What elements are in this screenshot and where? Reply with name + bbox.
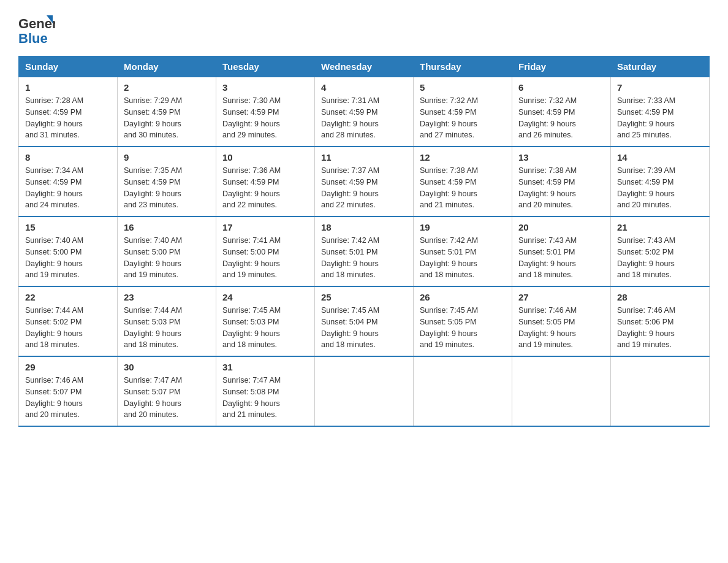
weekday-header-wednesday: Wednesday [315, 56, 414, 77]
day-info: Sunrise: 7:46 AM Sunset: 5:07 PM Dayligh… [25, 375, 111, 421]
day-info: Sunrise: 7:47 AM Sunset: 5:08 PM Dayligh… [222, 375, 308, 421]
day-number: 7 [617, 82, 703, 93]
day-info: Sunrise: 7:30 AM Sunset: 4:59 PM Dayligh… [222, 95, 308, 141]
day-number: 20 [518, 222, 604, 232]
week-row-4: 22 Sunrise: 7:44 AM Sunset: 5:02 PM Dayl… [19, 286, 710, 356]
day-info: Sunrise: 7:37 AM Sunset: 4:59 PM Dayligh… [321, 165, 407, 211]
day-number: 14 [617, 152, 703, 163]
day-info: Sunrise: 7:43 AM Sunset: 5:01 PM Dayligh… [518, 235, 604, 281]
calendar-cell: 24 Sunrise: 7:45 AM Sunset: 5:03 PM Dayl… [216, 286, 315, 356]
day-number: 10 [222, 152, 308, 163]
calendar-cell [414, 356, 512, 426]
day-number: 18 [321, 222, 407, 232]
day-info: Sunrise: 7:32 AM Sunset: 4:59 PM Dayligh… [518, 95, 604, 141]
weekday-header-row: SundayMondayTuesdayWednesdayThursdayFrid… [19, 56, 710, 77]
day-number: 8 [25, 152, 111, 163]
calendar-cell: 26 Sunrise: 7:45 AM Sunset: 5:05 PM Dayl… [414, 286, 512, 356]
calendar-cell: 27 Sunrise: 7:46 AM Sunset: 5:05 PM Dayl… [512, 286, 611, 356]
day-number: 19 [420, 222, 506, 232]
day-info: Sunrise: 7:34 AM Sunset: 4:59 PM Dayligh… [25, 165, 111, 211]
week-row-3: 15 Sunrise: 7:40 AM Sunset: 5:00 PM Dayl… [19, 216, 710, 286]
day-number: 12 [420, 152, 506, 163]
calendar-cell: 18 Sunrise: 7:42 AM Sunset: 5:01 PM Dayl… [315, 216, 414, 286]
day-info: Sunrise: 7:42 AM Sunset: 5:01 PM Dayligh… [420, 235, 506, 281]
calendar-cell: 22 Sunrise: 7:44 AM Sunset: 5:02 PM Dayl… [19, 286, 118, 356]
day-number: 26 [420, 292, 506, 302]
calendar-cell: 29 Sunrise: 7:46 AM Sunset: 5:07 PM Dayl… [19, 356, 118, 426]
day-number: 15 [25, 222, 111, 232]
day-info: Sunrise: 7:36 AM Sunset: 4:59 PM Dayligh… [222, 165, 308, 211]
weekday-header-thursday: Thursday [414, 56, 512, 77]
calendar-cell: 1 Sunrise: 7:28 AM Sunset: 4:59 PM Dayli… [19, 77, 118, 147]
day-info: Sunrise: 7:47 AM Sunset: 5:07 PM Dayligh… [124, 375, 210, 421]
day-number: 13 [518, 152, 604, 163]
page-header: General Blue [18, 12, 710, 46]
day-info: Sunrise: 7:45 AM Sunset: 5:03 PM Dayligh… [222, 305, 308, 351]
day-number: 2 [124, 82, 210, 93]
day-info: Sunrise: 7:46 AM Sunset: 5:05 PM Dayligh… [518, 305, 604, 351]
svg-text:Blue: Blue [18, 31, 48, 46]
day-number: 28 [617, 292, 703, 302]
calendar-cell: 15 Sunrise: 7:40 AM Sunset: 5:00 PM Dayl… [19, 216, 118, 286]
calendar-cell [315, 356, 414, 426]
calendar-cell [512, 356, 611, 426]
day-info: Sunrise: 7:42 AM Sunset: 5:01 PM Dayligh… [321, 235, 407, 281]
calendar-cell: 9 Sunrise: 7:35 AM Sunset: 4:59 PM Dayli… [118, 147, 216, 216]
calendar-cell: 20 Sunrise: 7:43 AM Sunset: 5:01 PM Dayl… [512, 216, 611, 286]
calendar-cell: 5 Sunrise: 7:32 AM Sunset: 4:59 PM Dayli… [414, 77, 512, 147]
day-info: Sunrise: 7:40 AM Sunset: 5:00 PM Dayligh… [25, 235, 111, 281]
weekday-header-monday: Monday [118, 56, 216, 77]
calendar-cell: 21 Sunrise: 7:43 AM Sunset: 5:02 PM Dayl… [611, 216, 710, 286]
calendar-cell [611, 356, 710, 426]
calendar-cell: 31 Sunrise: 7:47 AM Sunset: 5:08 PM Dayl… [216, 356, 315, 426]
calendar-cell: 16 Sunrise: 7:40 AM Sunset: 5:00 PM Dayl… [118, 216, 216, 286]
weekday-header-friday: Friday [512, 56, 611, 77]
day-number: 22 [25, 292, 111, 302]
calendar-cell: 2 Sunrise: 7:29 AM Sunset: 4:59 PM Dayli… [118, 77, 216, 147]
calendar-cell: 8 Sunrise: 7:34 AM Sunset: 4:59 PM Dayli… [19, 147, 118, 216]
day-number: 6 [518, 82, 604, 93]
day-number: 11 [321, 152, 407, 163]
day-number: 1 [25, 82, 111, 93]
week-row-5: 29 Sunrise: 7:46 AM Sunset: 5:07 PM Dayl… [19, 356, 710, 426]
week-row-2: 8 Sunrise: 7:34 AM Sunset: 4:59 PM Dayli… [19, 147, 710, 216]
weekday-header-sunday: Sunday [19, 56, 118, 77]
day-info: Sunrise: 7:38 AM Sunset: 4:59 PM Dayligh… [420, 165, 506, 211]
day-number: 25 [321, 292, 407, 302]
day-number: 3 [222, 82, 308, 93]
day-number: 31 [222, 362, 308, 372]
day-info: Sunrise: 7:41 AM Sunset: 5:00 PM Dayligh… [222, 235, 308, 281]
week-row-1: 1 Sunrise: 7:28 AM Sunset: 4:59 PM Dayli… [19, 77, 710, 147]
calendar-cell: 3 Sunrise: 7:30 AM Sunset: 4:59 PM Dayli… [216, 77, 315, 147]
day-number: 21 [617, 222, 703, 232]
day-info: Sunrise: 7:39 AM Sunset: 4:59 PM Dayligh… [617, 165, 703, 211]
day-info: Sunrise: 7:33 AM Sunset: 4:59 PM Dayligh… [617, 95, 703, 141]
day-info: Sunrise: 7:43 AM Sunset: 5:02 PM Dayligh… [617, 235, 703, 281]
day-info: Sunrise: 7:35 AM Sunset: 4:59 PM Dayligh… [124, 165, 210, 211]
day-number: 17 [222, 222, 308, 232]
calendar-cell: 6 Sunrise: 7:32 AM Sunset: 4:59 PM Dayli… [512, 77, 611, 147]
day-number: 27 [518, 292, 604, 302]
day-info: Sunrise: 7:45 AM Sunset: 5:04 PM Dayligh… [321, 305, 407, 351]
calendar-cell: 4 Sunrise: 7:31 AM Sunset: 4:59 PM Dayli… [315, 77, 414, 147]
day-info: Sunrise: 7:44 AM Sunset: 5:02 PM Dayligh… [25, 305, 111, 351]
calendar-cell: 17 Sunrise: 7:41 AM Sunset: 5:00 PM Dayl… [216, 216, 315, 286]
day-number: 23 [124, 292, 210, 302]
day-info: Sunrise: 7:46 AM Sunset: 5:06 PM Dayligh… [617, 305, 703, 351]
calendar-cell: 11 Sunrise: 7:37 AM Sunset: 4:59 PM Dayl… [315, 147, 414, 216]
day-info: Sunrise: 7:32 AM Sunset: 4:59 PM Dayligh… [420, 95, 506, 141]
day-number: 9 [124, 152, 210, 163]
day-info: Sunrise: 7:31 AM Sunset: 4:59 PM Dayligh… [321, 95, 407, 141]
calendar-cell: 14 Sunrise: 7:39 AM Sunset: 4:59 PM Dayl… [611, 147, 710, 216]
calendar-cell: 19 Sunrise: 7:42 AM Sunset: 5:01 PM Dayl… [414, 216, 512, 286]
day-number: 5 [420, 82, 506, 93]
calendar-cell: 30 Sunrise: 7:47 AM Sunset: 5:07 PM Dayl… [118, 356, 216, 426]
calendar-cell: 25 Sunrise: 7:45 AM Sunset: 5:04 PM Dayl… [315, 286, 414, 356]
calendar-cell: 12 Sunrise: 7:38 AM Sunset: 4:59 PM Dayl… [414, 147, 512, 216]
day-number: 30 [124, 362, 210, 372]
day-number: 4 [321, 82, 407, 93]
calendar-cell: 13 Sunrise: 7:38 AM Sunset: 4:59 PM Dayl… [512, 147, 611, 216]
day-info: Sunrise: 7:38 AM Sunset: 4:59 PM Dayligh… [518, 165, 604, 211]
day-number: 29 [25, 362, 111, 372]
day-info: Sunrise: 7:45 AM Sunset: 5:05 PM Dayligh… [420, 305, 506, 351]
